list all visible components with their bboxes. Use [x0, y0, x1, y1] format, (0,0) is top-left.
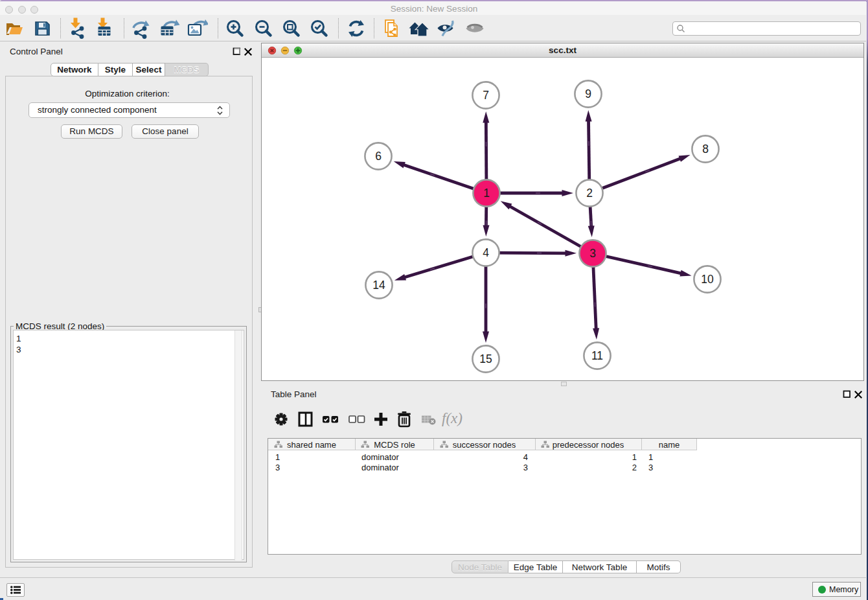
svg-text:11: 11: [591, 349, 603, 362]
svg-text:10: 10: [701, 273, 714, 286]
svg-text:15: 15: [479, 352, 492, 365]
svg-text:6: 6: [375, 150, 382, 163]
svg-text:3: 3: [589, 247, 596, 260]
svg-text:14: 14: [372, 279, 385, 292]
svg-text:2: 2: [586, 187, 593, 200]
svg-text:1: 1: [483, 187, 490, 200]
svg-text:9: 9: [585, 87, 591, 100]
svg-text:7: 7: [483, 89, 489, 102]
svg-text:8: 8: [702, 143, 709, 156]
svg-text:4: 4: [483, 246, 489, 259]
